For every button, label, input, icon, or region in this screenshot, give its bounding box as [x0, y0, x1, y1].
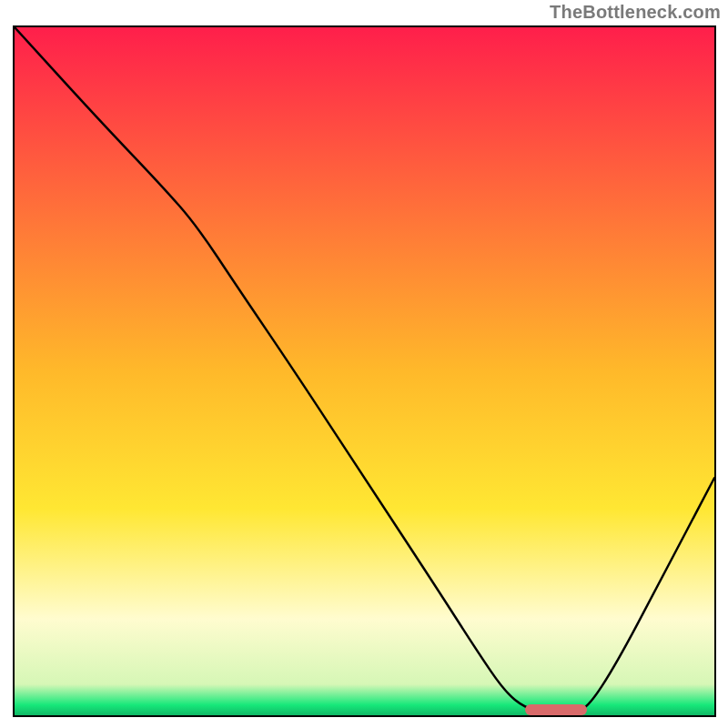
- optimum-marker: [525, 704, 587, 715]
- curve: [15, 27, 714, 715]
- plot-area: [13, 25, 716, 717]
- watermark-text: TheBottleneck.com: [550, 2, 721, 23]
- chart-container: TheBottleneck.com: [0, 0, 728, 728]
